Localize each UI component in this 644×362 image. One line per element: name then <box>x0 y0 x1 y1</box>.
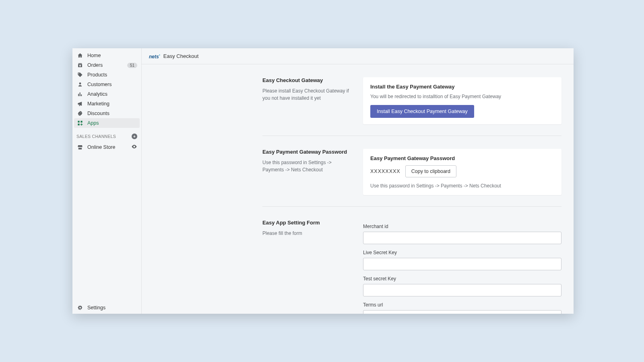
sidebar-item-marketing[interactable]: Marketing <box>72 99 141 109</box>
section-gateway: Easy Checkout Gateway Please install Eas… <box>262 72 561 136</box>
svg-rect-0 <box>78 121 79 122</box>
password-note: Use this password in Settings -> Payment… <box>370 183 554 189</box>
password-desc: Use this password in Settings -> Payment… <box>262 159 351 173</box>
sidebar-item-home[interactable]: Home <box>72 51 141 60</box>
sidebar-item-apps[interactable]: Apps <box>74 118 140 128</box>
add-channel-icon[interactable]: + <box>132 134 137 139</box>
live-secret-label: Live Secret Key <box>363 250 561 255</box>
sidebar-item-label: Discounts <box>87 111 137 116</box>
gateway-card-title: Install the Easy Payment Gateway <box>370 84 554 90</box>
sidebar-item-label: Settings <box>87 305 137 311</box>
test-secret-label: Test secret Key <box>363 276 561 282</box>
sidebar-item-label: Marketing <box>87 101 137 107</box>
install-gateway-button[interactable]: Install Easy Checkout Payment Gateway <box>370 105 474 118</box>
home-icon <box>76 53 84 58</box>
merchant-id-label: Merchant id <box>363 224 561 229</box>
store-icon <box>76 144 84 150</box>
form-desc: Please fill the form <box>262 230 351 237</box>
titlebar: nets• Easy Checkout <box>142 48 574 64</box>
sidebar-item-label: Products <box>87 72 137 78</box>
sidebar-item-label: Online Store <box>87 144 131 150</box>
section-form: Easy App Setting Form Please fill the fo… <box>262 215 561 314</box>
sidebar-item-orders[interactable]: Orders 51 <box>72 60 141 70</box>
sidebar-item-online-store[interactable]: Online Store <box>72 142 141 153</box>
form-title: Easy App Setting Form <box>262 220 351 226</box>
analytics-icon <box>76 91 84 97</box>
sidebar-item-products[interactable]: Products <box>72 70 141 80</box>
svg-rect-2 <box>78 123 79 125</box>
test-secret-input[interactable] <box>363 284 561 296</box>
gateway-card: Install the Easy Payment Gateway You wil… <box>363 77 561 124</box>
svg-rect-1 <box>80 121 82 122</box>
sidebar: Home Orders 51 Products Customers Analyt… <box>72 48 142 314</box>
sidebar-item-label: Apps <box>87 120 136 126</box>
content-scroll[interactable]: Easy Checkout Gateway Please install Eas… <box>142 64 574 314</box>
terms-url-input[interactable] <box>363 310 561 314</box>
sidebar-item-label: Analytics <box>87 91 137 97</box>
sidebar-item-settings[interactable]: Settings <box>72 302 141 314</box>
sidebar-item-label: Customers <box>87 82 137 87</box>
section-password: Easy Payment Gateway Password Use this p… <box>262 144 561 207</box>
password-value: XXXXXXXX <box>370 169 400 174</box>
gear-icon <box>76 305 84 311</box>
main-panel: nets• Easy Checkout Easy Checkout Gatewa… <box>142 48 574 314</box>
sales-channels-header: SALES CHANNELS + <box>72 128 141 142</box>
password-card-title: Easy Payment Gateway Password <box>370 155 554 161</box>
merchant-id-input[interactable] <box>363 232 561 244</box>
sidebar-item-label: Orders <box>87 62 127 68</box>
nets-logo: nets• <box>149 53 160 60</box>
sidebar-item-customers[interactable]: Customers <box>72 80 141 89</box>
app-window: Home Orders 51 Products Customers Analyt… <box>72 48 574 314</box>
page-title: Easy Checkout <box>163 53 198 59</box>
sidebar-item-discounts[interactable]: Discounts <box>72 109 141 118</box>
copy-clipboard-button[interactable]: Copy to clipboard <box>405 165 456 177</box>
sidebar-item-analytics[interactable]: Analytics <box>72 89 141 99</box>
apps-icon <box>76 120 84 126</box>
discounts-icon <box>76 111 84 116</box>
terms-url-label: Terms url <box>363 302 561 308</box>
sidebar-item-label: Home <box>87 53 137 58</box>
eye-icon[interactable] <box>131 144 137 151</box>
gateway-card-desc: You will be redirected to installtion of… <box>370 94 554 99</box>
products-icon <box>76 72 84 78</box>
marketing-icon <box>76 101 84 107</box>
orders-badge: 51 <box>127 63 137 68</box>
orders-icon <box>76 62 84 68</box>
password-card: Easy Payment Gateway Password XXXXXXXX C… <box>363 149 561 195</box>
customers-icon <box>76 82 84 87</box>
live-secret-input[interactable] <box>363 258 561 270</box>
password-title: Easy Payment Gateway Password <box>262 149 351 155</box>
gateway-desc: Please install Easy Checkout Gateway if … <box>262 87 351 102</box>
gateway-title: Easy Checkout Gateway <box>262 77 351 83</box>
